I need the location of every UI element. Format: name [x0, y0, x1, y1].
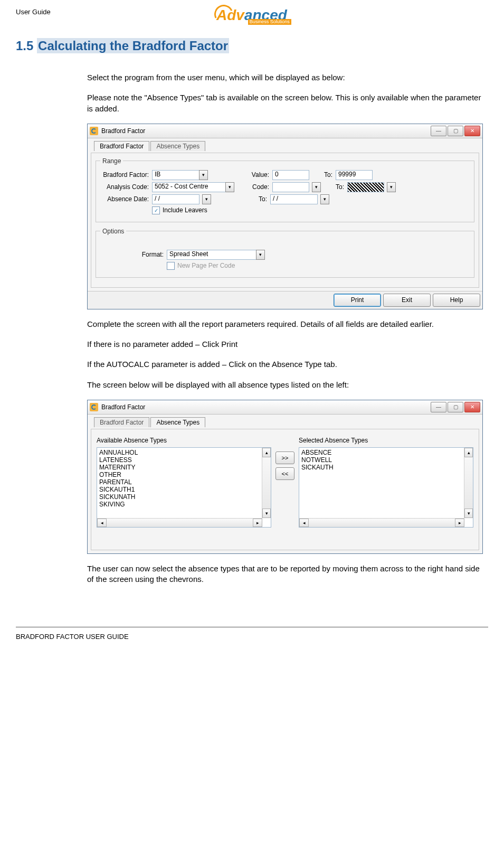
chevron-down-icon[interactable]: ▾: [225, 182, 234, 192]
header-left-label: User Guide: [16, 8, 216, 16]
window-titlebar[interactable]: Bradford Factor — ▢ ✕: [88, 124, 482, 138]
tab-absence-types[interactable]: Absence Types: [150, 141, 205, 151]
selected-types-listbox[interactable]: ABSENCE NOTWELL SICKAUTH ▴▾ ◂▸: [299, 447, 473, 528]
logo-subtext: Business Solutions: [248, 19, 291, 25]
heading-title: Calculating the Bradford Factor: [37, 38, 229, 53]
analysis-code-label: Analysis Code:: [100, 183, 149, 191]
window-title: Bradford Factor: [101, 127, 430, 135]
bradford-factor-value[interactable]: IB: [152, 170, 199, 180]
absence-to-picker-button[interactable]: ▾: [320, 194, 329, 204]
value-to-label: To:: [312, 171, 332, 178]
available-types-listbox[interactable]: ANNUALHOL LATENESS MATERNITY OTHER PAREN…: [97, 447, 271, 528]
format-label: Format:: [100, 251, 164, 258]
options-legend: Options: [100, 228, 126, 235]
tab-absence-types[interactable]: Absence Types: [150, 417, 205, 427]
vertical-scrollbar[interactable]: ▴▾: [464, 448, 473, 518]
paragraph: Select the program from the user menu, w…: [87, 72, 483, 83]
list-item[interactable]: OTHER: [99, 471, 269, 478]
options-group: Options Format: Spread Sheet ▾ ✓ New Pag…: [96, 228, 474, 278]
absence-to-label: To:: [214, 195, 267, 203]
list-item[interactable]: SICKAUTH1: [99, 486, 269, 493]
section-heading: 1.5 Calculating the Bradford Factor: [16, 39, 488, 53]
bradford-factor-combo[interactable]: IB ▾: [152, 170, 208, 180]
analysis-code-value[interactable]: 5052 - Cost Centre: [152, 182, 226, 192]
list-item[interactable]: SKIVING: [99, 501, 269, 508]
page-footer: BRADFORD FACTOR USER GUIDE: [16, 627, 488, 641]
list-item[interactable]: ABSENCE: [301, 449, 471, 456]
chevron-down-icon[interactable]: ▾: [256, 250, 265, 260]
maximize-button[interactable]: ▢: [448, 402, 463, 412]
bradford-factor-label: Bradford Factor:: [100, 171, 149, 178]
close-button[interactable]: ✕: [464, 402, 480, 412]
code-to-input-hatched[interactable]: [347, 182, 384, 192]
tab-bradford-factor[interactable]: Bradford Factor: [94, 141, 149, 151]
horizontal-scrollbar[interactable]: ◂▸: [299, 518, 464, 527]
scroll-right-icon[interactable]: ▸: [253, 519, 262, 527]
page-header: User Guide Advanced Business Solutions: [16, 8, 488, 23]
format-combo[interactable]: Spread Sheet ▾: [167, 250, 265, 260]
checkbox-icon: ✓: [167, 262, 175, 270]
absence-date-input[interactable]: / /: [152, 194, 199, 204]
list-item[interactable]: MATERNITY: [99, 464, 269, 471]
move-left-button[interactable]: <<: [275, 467, 294, 480]
bradford-factor-window-2: Bradford Factor — ▢ ✕ Bradford Factor Ab…: [87, 400, 483, 554]
code-dropdown-button[interactable]: ▾: [312, 182, 321, 192]
chevron-down-icon[interactable]: ▾: [199, 170, 208, 180]
scroll-up-icon[interactable]: ▴: [262, 448, 271, 457]
analysis-code-combo[interactable]: 5052 - Cost Centre ▾: [152, 182, 234, 192]
heading-number: 1.5: [16, 39, 33, 53]
value-input[interactable]: 0: [272, 170, 309, 180]
include-leavers-label: Include Leavers: [163, 206, 207, 214]
horizontal-scrollbar[interactable]: ◂▸: [97, 518, 262, 527]
selected-types-label: Selected Absence Types: [299, 437, 473, 444]
list-item[interactable]: SICKAUTH: [301, 464, 471, 471]
range-group: Range Bradford Factor: IB ▾ Value: 0 To:…: [96, 157, 474, 222]
scroll-down-icon[interactable]: ▾: [464, 509, 473, 518]
move-right-button[interactable]: >>: [275, 451, 294, 464]
value-to-input[interactable]: 99999: [336, 170, 373, 180]
paragraph: The screen below will be displayed with …: [87, 380, 483, 390]
maximize-button[interactable]: ▢: [448, 126, 463, 136]
available-types-label: Available Absence Types: [97, 437, 271, 444]
list-item[interactable]: NOTWELL: [301, 456, 471, 464]
minimize-button[interactable]: —: [431, 126, 446, 136]
checkbox-icon: ✓: [152, 206, 160, 214]
code-input[interactable]: [272, 182, 309, 192]
list-item[interactable]: PARENTAL: [99, 478, 269, 486]
window-titlebar[interactable]: Bradford Factor — ▢ ✕: [88, 400, 482, 415]
scroll-up-icon[interactable]: ▴: [464, 448, 473, 457]
paragraph: If the AUTOCALC parameter is added – Cli…: [87, 359, 483, 370]
minimize-button[interactable]: —: [431, 402, 446, 412]
scroll-left-icon[interactable]: ◂: [97, 519, 107, 527]
close-button[interactable]: ✕: [464, 126, 480, 136]
absence-to-input[interactable]: / /: [270, 194, 318, 204]
list-item[interactable]: ANNUALHOL: [99, 449, 269, 456]
code-to-label: To:: [324, 183, 344, 191]
scroll-down-icon[interactable]: ▾: [262, 509, 271, 518]
code-label: Code:: [237, 183, 269, 191]
code-to-dropdown-button[interactable]: ▾: [387, 182, 396, 192]
paragraph: The user can now select the absence type…: [87, 563, 483, 585]
absence-date-picker-button[interactable]: ▾: [202, 194, 211, 204]
value-label: Value:: [211, 171, 269, 178]
app-icon: [90, 127, 98, 135]
list-item[interactable]: LATENESS: [99, 456, 269, 464]
body-column: Select the program from the user menu, w…: [87, 72, 483, 585]
new-page-per-code-label: New Page Per Code: [177, 262, 235, 269]
format-value[interactable]: Spread Sheet: [167, 250, 256, 260]
help-button[interactable]: Help: [433, 294, 480, 307]
paragraph: Please note the "Absence Types" tab is a…: [87, 92, 483, 114]
app-icon: [90, 403, 98, 411]
new-page-per-code-checkbox[interactable]: ✓ New Page Per Code: [167, 262, 235, 270]
scroll-right-icon[interactable]: ▸: [455, 519, 464, 527]
print-button[interactable]: Print: [334, 294, 381, 307]
range-legend: Range: [100, 157, 123, 165]
tab-bradford-factor[interactable]: Bradford Factor: [94, 417, 149, 427]
list-item[interactable]: SICKUNATH: [99, 493, 269, 501]
exit-button[interactable]: Exit: [383, 294, 431, 307]
scroll-left-icon[interactable]: ◂: [299, 519, 309, 527]
include-leavers-checkbox[interactable]: ✓ Include Leavers: [152, 206, 207, 214]
paragraph: Complete the screen with all the report …: [87, 319, 483, 330]
vertical-scrollbar[interactable]: ▴▾: [262, 448, 271, 518]
window-title: Bradford Factor: [101, 403, 430, 411]
